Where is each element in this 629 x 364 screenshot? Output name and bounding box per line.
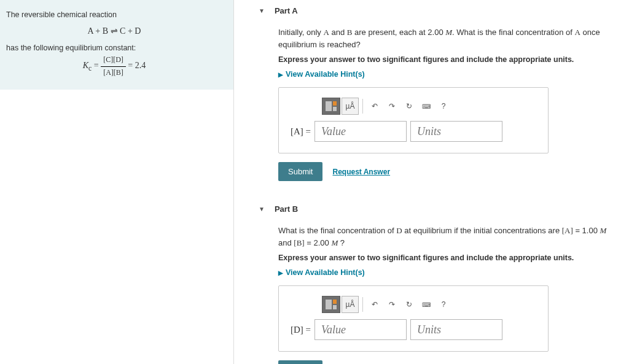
template-icon	[325, 101, 337, 112]
caret-down-icon: ▼	[259, 7, 265, 14]
part-a-value-input[interactable]	[314, 121, 407, 142]
kc-expression: Kc = [C][D] [A][B] = 2.4	[6, 54, 222, 78]
part-a-prompt: Initially, only A and B are present, eac…	[278, 26, 617, 50]
reset-icon: ↻	[406, 300, 412, 309]
part-b-variable-label: [D] =	[287, 325, 311, 335]
reset-button[interactable]: ↻	[401, 296, 417, 313]
part-b-answer-box: µÅ ↶ ↷ ↻ ⌨ ? [D] =	[278, 285, 549, 352]
reset-button[interactable]: ↻	[401, 98, 417, 115]
template-button[interactable]	[322, 98, 340, 115]
units-button[interactable]: µÅ	[342, 98, 359, 115]
redo-button[interactable]: ↷	[384, 296, 400, 313]
part-a-units-input[interactable]	[410, 121, 502, 142]
part-b-header[interactable]: ▼ Part B	[259, 204, 617, 214]
units-button[interactable]: µÅ	[342, 296, 359, 313]
triangle-right-icon: ▶	[278, 71, 283, 78]
intro-line-1: The reversible chemical reaction	[6, 9, 222, 21]
keyboard-icon: ⌨	[422, 301, 431, 308]
keyboard-button[interactable]: ⌨	[418, 296, 434, 313]
part-b-value-input[interactable]	[314, 319, 407, 340]
undo-icon: ↶	[372, 102, 378, 110]
part-a-submit-button[interactable]: Submit	[278, 162, 322, 181]
part-a-body: Initially, only A and B are present, eac…	[259, 26, 617, 181]
caret-down-icon: ▼	[259, 206, 265, 212]
part-b-toolbar: µÅ ↶ ↷ ↻ ⌨ ?	[322, 296, 539, 313]
redo-button[interactable]: ↷	[384, 98, 400, 115]
part-a-answer-box: µÅ ↶ ↷ ↻ ⌨ ? [A] =	[278, 87, 549, 153]
part-b-hints-link[interactable]: ▶View Available Hint(s)	[278, 268, 617, 277]
part-b-units-input[interactable]	[410, 319, 502, 340]
redo-icon: ↷	[389, 300, 395, 309]
triangle-right-icon: ▶	[278, 269, 283, 276]
template-button[interactable]	[322, 296, 340, 313]
part-b-prompt: What is the final concentration of D at …	[278, 225, 617, 249]
reset-icon: ↻	[406, 102, 412, 110]
part-a-hints-link[interactable]: ▶View Available Hint(s)	[278, 70, 617, 79]
part-b-submit-button[interactable]: Submit	[278, 360, 322, 364]
part-a-variable-label: [A] =	[287, 126, 311, 137]
template-icon	[325, 299, 337, 310]
reaction-equation: A + B ⇌ C + D	[6, 25, 222, 38]
undo-button[interactable]: ↶	[367, 98, 383, 115]
undo-icon: ↶	[372, 300, 378, 309]
part-b-title: Part B	[275, 204, 298, 214]
part-a-title: Part A	[275, 6, 298, 15]
help-button[interactable]: ?	[436, 98, 451, 115]
part-a-instruction: Express your answer to two significant f…	[278, 55, 617, 64]
part-a-header[interactable]: ▼ Part A	[259, 6, 617, 15]
redo-icon: ↷	[389, 102, 395, 110]
intro-line-2: has the following equilibrium constant:	[6, 42, 222, 54]
keyboard-icon: ⌨	[422, 103, 431, 110]
part-b-instruction: Express your answer to two significant f…	[278, 254, 617, 262]
undo-button[interactable]: ↶	[367, 296, 383, 313]
part-a-request-answer-link[interactable]: Request Answer	[332, 168, 390, 176]
problem-statement-panel: The reversible chemical reaction A + B ⇌…	[0, 0, 233, 364]
keyboard-button[interactable]: ⌨	[418, 98, 434, 115]
part-a-toolbar: µÅ ↶ ↷ ↻ ⌨ ?	[322, 98, 539, 115]
help-button[interactable]: ?	[436, 296, 451, 313]
part-b-body: What is the final concentration of D at …	[259, 225, 617, 364]
